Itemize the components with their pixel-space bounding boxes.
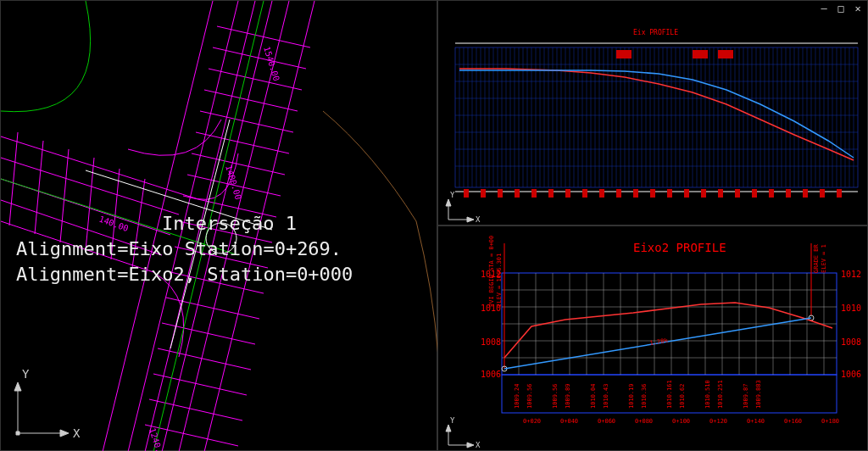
minimize-button[interactable]: — — [818, 3, 830, 14]
svg-marker-253 — [446, 425, 451, 432]
svg-line-35 — [153, 1, 264, 451]
svg-point-39 — [206, 223, 236, 253]
svg-rect-166 — [684, 189, 689, 198]
svg-line-14 — [204, 90, 298, 111]
svg-line-3 — [1, 221, 153, 272]
svg-line-33 — [111, 169, 120, 259]
svg-text:1010.251: 1010.251 — [717, 380, 724, 409]
svg-text:0+020: 0+020 — [523, 418, 541, 425]
svg-text:0+120: 0+120 — [709, 418, 727, 425]
window-controls: — □ ✕ — [815, 1, 867, 16]
svg-rect-178 — [718, 50, 733, 58]
svg-text:1400.00: 1400.00 — [224, 164, 243, 201]
svg-text:1009.89: 1009.89 — [565, 383, 571, 409]
svg-marker-255 — [467, 443, 474, 448]
svg-rect-171 — [769, 189, 774, 198]
svg-text:1009.87: 1009.87 — [743, 383, 749, 409]
svg-text:1008: 1008 — [481, 337, 501, 347]
svg-rect-155 — [498, 189, 503, 198]
svg-text:1010.36: 1010.36 — [641, 383, 648, 409]
svg-line-30 — [35, 141, 43, 234]
svg-rect-175 — [837, 189, 842, 198]
svg-text:1010.161: 1010.161 — [666, 380, 673, 409]
svg-rect-170 — [752, 189, 757, 198]
svg-text:0+160: 0+160 — [784, 418, 802, 425]
svg-text:Y: Y — [450, 191, 455, 199]
svg-text:1010.43: 1010.43 — [603, 383, 609, 409]
svg-line-2 — [1, 136, 187, 196]
svg-rect-177 — [693, 50, 708, 58]
svg-text:1010.04: 1010.04 — [590, 383, 597, 409]
svg-rect-172 — [786, 189, 791, 198]
svg-text:1006: 1006 — [841, 370, 861, 379]
svg-text:0+080: 0+080 — [635, 418, 653, 425]
svg-text:1009.883: 1009.883 — [755, 380, 762, 409]
svg-rect-169 — [735, 189, 740, 198]
svg-marker-48 — [16, 432, 19, 435]
svg-text:Y: Y — [450, 416, 455, 425]
svg-rect-157 — [531, 189, 537, 198]
svg-line-12 — [213, 47, 306, 69]
svg-text:X: X — [476, 215, 481, 224]
svg-line-19 — [183, 196, 276, 217]
svg-text:ELEV = 1: ELEV = 1 — [821, 244, 827, 273]
profile1-chart[interactable]: Eix PROFILE Y X — [438, 1, 868, 226]
svg-line-11 — [217, 26, 310, 47]
profile2-title: Eixo2 PROFILE — [633, 241, 726, 254]
svg-marker-180 — [446, 199, 451, 206]
svg-text:1010.510: 1010.510 — [704, 380, 711, 409]
svg-line-31 — [60, 149, 69, 242]
profile2-chart[interactable]: Eixo2 PROFILE PVI BEGIN STA = 0+00 — [438, 226, 868, 451]
svg-text:GRADE BR: GRADE BR — [813, 243, 820, 273]
svg-rect-161 — [599, 189, 604, 198]
svg-line-29 — [9, 132, 18, 226]
svg-rect-153 — [464, 189, 469, 198]
svg-text:1010: 1010 — [841, 303, 861, 313]
svg-line-26 — [153, 374, 247, 395]
svg-line-15 — [200, 111, 293, 132]
svg-rect-164 — [650, 189, 655, 198]
svg-line-17 — [192, 153, 285, 175]
profile2-panel[interactable]: Eixo2 PROFILE PVI BEGIN STA = 0+00 — [437, 226, 868, 451]
svg-line-16 — [196, 132, 289, 153]
profile1-panel[interactable]: — □ ✕ — [437, 0, 868, 226]
svg-text:1010: 1010 — [481, 303, 501, 313]
svg-line-25 — [158, 348, 251, 370]
plan-view-panel[interactable]: 1540.00 1400.00 140.00 1240.00 Y X Inter… — [0, 0, 437, 451]
svg-text:X: X — [476, 441, 481, 449]
svg-text:1012: 1012 — [481, 270, 501, 279]
svg-text:1010.19: 1010.19 — [628, 383, 635, 409]
svg-rect-162 — [616, 189, 621, 198]
svg-rect-156 — [515, 189, 520, 198]
svg-rect-173 — [803, 189, 808, 198]
svg-text:1006: 1006 — [481, 370, 501, 379]
svg-rect-159 — [565, 189, 570, 198]
plan-drawing[interactable]: 1540.00 1400.00 140.00 1240.00 Y X — [1, 1, 438, 451]
svg-text:0+040: 0+040 — [560, 418, 578, 425]
svg-rect-167 — [701, 189, 706, 198]
axis-x-label: X — [73, 426, 81, 440]
profile1-title: Eix PROFILE — [633, 29, 678, 36]
svg-text:1009.56: 1009.56 — [552, 383, 559, 409]
svg-marker-47 — [60, 430, 69, 437]
svg-text:0+100: 0+100 — [672, 418, 690, 425]
svg-rect-176 — [616, 50, 632, 58]
svg-text:1008: 1008 — [841, 337, 861, 347]
svg-rect-165 — [667, 189, 672, 198]
svg-line-27 — [149, 399, 242, 420]
svg-text:0+140: 0+140 — [747, 418, 765, 425]
maximize-button[interactable]: □ — [835, 3, 847, 14]
svg-rect-174 — [820, 189, 825, 198]
svg-text:1010.62: 1010.62 — [679, 383, 686, 409]
close-button[interactable]: ✕ — [852, 3, 864, 14]
svg-text:1240.00: 1240.00 — [147, 426, 167, 451]
svg-rect-160 — [582, 189, 587, 198]
axis-y-label: Y — [22, 367, 30, 381]
svg-rect-168 — [718, 189, 723, 198]
svg-text:ELEV = 1006.301: ELEV = 1006.301 — [496, 253, 503, 307]
svg-text:1009.24: 1009.24 — [514, 383, 520, 409]
svg-text:0+060: 0+060 — [598, 418, 615, 425]
svg-rect-154 — [481, 189, 486, 198]
svg-rect-163 — [633, 189, 638, 198]
svg-text:1.78%: 1.78% — [649, 337, 669, 347]
